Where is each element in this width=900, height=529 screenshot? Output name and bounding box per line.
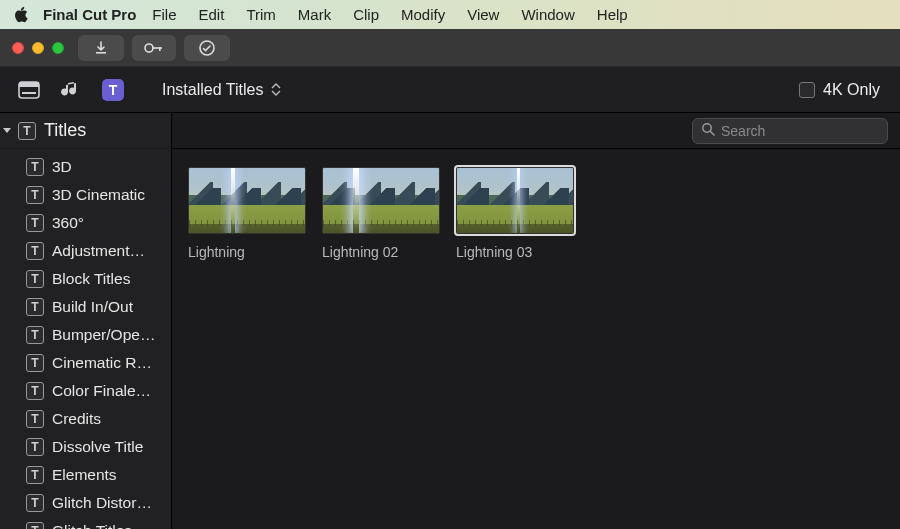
menu-trim[interactable]: Trim [246, 6, 275, 23]
titles-badge-icon: T [26, 494, 44, 512]
sidebar-category-label: Titles [44, 120, 86, 141]
titles-badge-icon: T [26, 466, 44, 484]
browser-category-label: Installed Titles [162, 81, 263, 99]
4k-only-checkbox[interactable] [799, 82, 815, 98]
menu-file[interactable]: File [152, 6, 176, 23]
menu-window[interactable]: Window [521, 6, 574, 23]
4k-only-label: 4K Only [823, 81, 880, 99]
sidebar-item[interactable]: TBuild In/Out [0, 293, 171, 321]
browser-category-dropdown[interactable]: Installed Titles [162, 81, 281, 99]
title-thumbnail [188, 167, 306, 234]
sidebar-item[interactable]: TBumper/Ope… [0, 321, 171, 349]
titles-sidebar: T Titles T3D T3D Cinematic T360° TAdjust… [0, 113, 172, 529]
titles-badge-icon: T [26, 382, 44, 400]
sidebar-item[interactable]: T360° [0, 209, 171, 237]
titles-badge-icon: T [26, 158, 44, 176]
svg-line-9 [710, 131, 714, 135]
menu-help[interactable]: Help [597, 6, 628, 23]
svg-rect-0 [96, 52, 106, 54]
window-zoom-button[interactable] [52, 42, 64, 54]
search-field[interactable] [692, 118, 888, 144]
content-toolbar [172, 113, 900, 149]
browser-header: T Installed Titles 4K Only [0, 67, 900, 113]
sidebar-category-titles[interactable]: T Titles [0, 113, 171, 149]
titles-badge-icon: T [18, 122, 36, 140]
menu-mark[interactable]: Mark [298, 6, 331, 23]
sidebar-items: T3D T3D Cinematic T360° TAdjustment… TBl… [0, 149, 171, 529]
sidebar-item[interactable]: TGlitch Distor… [0, 489, 171, 517]
titles-badge-icon: T [26, 438, 44, 456]
macos-menubar: Final Cut Pro File Edit Trim Mark Clip M… [0, 0, 900, 29]
window-close-button[interactable] [12, 42, 24, 54]
sidebar-item[interactable]: TColor Finale… [0, 377, 171, 405]
search-input[interactable] [721, 123, 896, 139]
title-caption: Lightning 02 [322, 244, 440, 260]
background-tasks-button[interactable] [184, 35, 230, 61]
menu-clip[interactable]: Clip [353, 6, 379, 23]
sidebar-item[interactable]: TCinematic R… [0, 349, 171, 377]
sidebar-item[interactable]: TAdjustment… [0, 237, 171, 265]
window-toolbar [0, 29, 900, 67]
import-button[interactable] [78, 35, 124, 61]
svg-point-1 [145, 44, 153, 52]
titles-t-icon: T [109, 82, 118, 98]
menu-view[interactable]: View [467, 6, 499, 23]
window-minimize-button[interactable] [32, 42, 44, 54]
apple-menu-icon[interactable] [14, 6, 29, 23]
svg-rect-3 [159, 47, 161, 51]
title-caption: Lightning 03 [456, 244, 574, 260]
titles-generators-sidebar-button[interactable]: T [92, 70, 134, 110]
sidebar-item[interactable]: TDissolve Title [0, 433, 171, 461]
sidebar-item[interactable]: T3D Cinematic [0, 181, 171, 209]
window-controls [12, 42, 64, 54]
sidebar-item[interactable]: TElements [0, 461, 171, 489]
titles-badge-icon: T [26, 242, 44, 260]
title-caption: Lightning [188, 244, 306, 260]
titles-badge-icon: T [26, 214, 44, 232]
sidebar-item[interactable]: TGlitch Titles… [0, 517, 171, 529]
sidebar-item[interactable]: TCredits [0, 405, 171, 433]
sidebar-item[interactable]: TBlock Titles [0, 265, 171, 293]
disclosure-triangle-icon[interactable] [2, 120, 14, 141]
menu-edit[interactable]: Edit [199, 6, 225, 23]
title-card[interactable]: Lightning [188, 167, 306, 260]
titles-badge-icon: T [26, 326, 44, 344]
titles-badge-icon: T [26, 186, 44, 204]
sidebar-item[interactable]: T3D [0, 153, 171, 181]
title-thumbnail [456, 167, 574, 234]
title-thumbnail [322, 167, 440, 234]
search-icon [701, 122, 715, 140]
chevron-updown-icon [271, 83, 281, 96]
svg-rect-7 [22, 92, 36, 94]
titles-badge-icon: T [26, 270, 44, 288]
menu-modify[interactable]: Modify [401, 6, 445, 23]
title-card[interactable]: Lightning 02 [322, 167, 440, 260]
photos-audio-sidebar-button[interactable] [50, 70, 92, 110]
titles-badge-icon: T [26, 298, 44, 316]
titles-badge-icon: T [26, 522, 44, 529]
titles-grid: Lightning Lightning 02 Lightning 03 [172, 149, 900, 278]
libraries-sidebar-button[interactable] [8, 70, 50, 110]
svg-rect-6 [19, 82, 39, 87]
keyword-button[interactable] [132, 35, 176, 61]
title-card[interactable]: Lightning 03 [456, 167, 574, 260]
browser-body: T Titles T3D T3D Cinematic T360° TAdjust… [0, 113, 900, 529]
browser-content: Lightning Lightning 02 Lightning 03 [172, 113, 900, 529]
titles-badge-icon: T [26, 410, 44, 428]
app-name[interactable]: Final Cut Pro [43, 6, 136, 23]
titles-badge-icon: T [26, 354, 44, 372]
4k-only-toggle[interactable]: 4K Only [799, 81, 880, 99]
